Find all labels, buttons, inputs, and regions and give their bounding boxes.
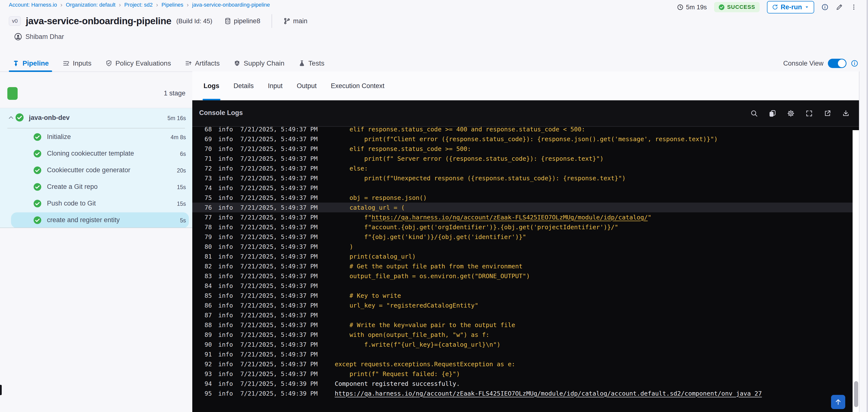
log-timestamp: 7/21/2025, 5:49:37 PM bbox=[240, 341, 319, 348]
log-row: 72info7/21/2025, 5:49:37 PM else: bbox=[192, 163, 852, 173]
console-toolbar bbox=[750, 100, 850, 126]
log-tab-details[interactable]: Details bbox=[234, 71, 254, 100]
log-row: 92info7/21/2025, 5:49:37 PMexcept reques… bbox=[192, 359, 852, 369]
step-row[interactable]: create and register entity5s bbox=[0, 212, 192, 228]
pipeline-tag: pipeline8 bbox=[224, 18, 260, 25]
open-in-new-icon[interactable] bbox=[824, 109, 831, 117]
log-link[interactable]: https://qa.harness.io/ng/account/zEaak-F… bbox=[372, 214, 648, 221]
artifacts-icon bbox=[185, 60, 192, 67]
breadcrumb-item[interactable]: Project: sd2 bbox=[124, 2, 153, 8]
breadcrumb-item[interactable]: Account: Harness.io bbox=[9, 2, 57, 8]
log-line-number: 88 bbox=[203, 321, 212, 328]
log-level: info bbox=[218, 263, 233, 270]
page-title: java-service-onboarding-pipeline bbox=[26, 15, 171, 26]
breadcrumb-item[interactable]: Organization: default bbox=[66, 2, 116, 8]
log-message: elif response.status_code >= 400 and res… bbox=[335, 127, 585, 133]
search-icon[interactable] bbox=[750, 109, 758, 117]
log-tab-execution-context[interactable]: Execution Context bbox=[331, 71, 384, 100]
up-arrow-icon bbox=[834, 398, 842, 406]
log-link[interactable]: https://qa.harness.io/ng/account/zEaak-F… bbox=[335, 390, 762, 397]
log-line-number: 73 bbox=[203, 175, 212, 182]
log-line-number: 78 bbox=[203, 224, 212, 231]
step-duration: 20s bbox=[177, 167, 186, 174]
log-tab-list: LogsDetailsInputOutputExecution Context bbox=[204, 71, 384, 100]
step-name: Cloning cookiecutter template bbox=[47, 150, 134, 157]
log-tab-output[interactable]: Output bbox=[297, 71, 316, 100]
stage-row[interactable]: java-onb-dev 5m 16s bbox=[0, 108, 192, 128]
copy-icon[interactable] bbox=[769, 109, 776, 117]
breadcrumb-item[interactable]: java-service-onboarding-pipeline bbox=[192, 2, 270, 8]
log-level: info bbox=[218, 214, 233, 221]
info-icon[interactable] bbox=[822, 4, 828, 10]
console-scrollbar-track[interactable] bbox=[852, 130, 860, 412]
success-check-icon bbox=[33, 216, 41, 224]
log-level: info bbox=[218, 273, 233, 280]
tab-pipeline[interactable]: Pipeline bbox=[12, 55, 49, 71]
log-timestamp: 7/21/2025, 5:49:37 PM bbox=[240, 312, 319, 319]
toggle-knob bbox=[838, 59, 846, 67]
log-tab-logs[interactable]: Logs bbox=[204, 71, 219, 100]
log-level: info bbox=[218, 155, 233, 162]
scroll-to-top-button[interactable] bbox=[831, 395, 845, 409]
settings-icon[interactable] bbox=[787, 109, 795, 117]
log-level: info bbox=[218, 127, 233, 133]
log-timestamp: 7/21/2025, 5:49:37 PM bbox=[240, 155, 319, 162]
log-line-number: 81 bbox=[203, 253, 212, 260]
rerun-icon bbox=[772, 4, 778, 10]
success-check-icon bbox=[33, 133, 41, 141]
tab-inputs[interactable]: Inputs bbox=[62, 55, 91, 71]
log-message: f"{obj.get('kind')}/{obj.get('identifier… bbox=[335, 233, 526, 241]
tab-tests[interactable]: Tests bbox=[298, 55, 324, 71]
chevron-up-icon[interactable] bbox=[8, 115, 14, 121]
tab-supply-chain[interactable]: Supply Chain bbox=[234, 55, 284, 71]
step-duration: 6s bbox=[180, 151, 186, 157]
console-scrollbar-thumb[interactable] bbox=[854, 381, 858, 407]
log-timestamp: 7/21/2025, 5:49:37 PM bbox=[240, 282, 319, 289]
browser-scrollbar[interactable] bbox=[867, 0, 868, 412]
step-row[interactable]: Cookiecutter code generator20s bbox=[0, 162, 192, 179]
user-row: Shibam Dhar bbox=[14, 32, 64, 41]
console-view-control: Console View bbox=[783, 55, 858, 71]
version-badge: v0 bbox=[9, 17, 21, 26]
log-timestamp: 7/21/2025, 5:49:37 PM bbox=[240, 302, 319, 309]
stage-status-square bbox=[7, 87, 18, 100]
log-timestamp: 7/21/2025, 5:49:37 PM bbox=[240, 292, 319, 299]
clock-icon bbox=[677, 4, 684, 10]
kebab-menu-icon[interactable] bbox=[850, 4, 857, 10]
log-timestamp: 7/21/2025, 5:49:37 PM bbox=[240, 351, 319, 358]
fullscreen-icon[interactable] bbox=[805, 109, 813, 117]
rerun-button[interactable]: Re-run bbox=[767, 1, 814, 13]
step-row[interactable]: Create a Git repo15s bbox=[0, 179, 192, 195]
tab-policy-evaluations[interactable]: Policy Evaluations bbox=[105, 55, 171, 71]
download-icon[interactable] bbox=[842, 109, 850, 117]
log-level: info bbox=[218, 302, 233, 309]
step-row[interactable]: Initialize4m 8s bbox=[0, 129, 192, 145]
log-row: 93info7/21/2025, 5:49:37 PM print(f" Req… bbox=[192, 369, 852, 379]
breadcrumb-separator: › bbox=[156, 1, 158, 8]
log-tab-input[interactable]: Input bbox=[268, 71, 283, 100]
user-name: Shibam Dhar bbox=[26, 33, 64, 41]
success-check-icon bbox=[33, 166, 41, 175]
console-view-toggle[interactable] bbox=[828, 59, 846, 68]
log-row: 71info7/21/2025, 5:49:37 PM print(f" Ser… bbox=[192, 154, 852, 163]
log-level: info bbox=[218, 185, 233, 192]
breadcrumb-item[interactable]: Pipelines bbox=[161, 2, 183, 8]
rerun-label: Re-run bbox=[781, 3, 802, 11]
branch-info[interactable]: main bbox=[283, 18, 308, 25]
log-message: print(f"Client error ({response.status_c… bbox=[335, 135, 717, 142]
tab-artifacts[interactable]: Artifacts bbox=[185, 55, 220, 71]
step-row[interactable]: Cloning cookiecutter template6s bbox=[0, 145, 192, 162]
log-level: info bbox=[218, 331, 233, 338]
log-row: 78info7/21/2025, 5:49:37 PM f"account.{o… bbox=[192, 222, 852, 232]
log-row: 87info7/21/2025, 5:49:37 PM bbox=[192, 310, 852, 320]
step-row[interactable]: Push code to Git15s bbox=[0, 195, 192, 212]
console-logs-header: Console Logs bbox=[192, 100, 860, 127]
log-message: else: bbox=[335, 165, 368, 172]
pipeline-tag-label: pipeline8 bbox=[234, 18, 260, 25]
info-icon[interactable] bbox=[851, 60, 858, 67]
log-row: 81info7/21/2025, 5:49:37 PM print(catalo… bbox=[192, 252, 852, 261]
log-row: 88info7/21/2025, 5:49:37 PM # Write the … bbox=[192, 320, 852, 330]
edit-pencil-icon[interactable] bbox=[836, 3, 843, 11]
log-row: 75info7/21/2025, 5:49:37 PM obj = respon… bbox=[192, 193, 852, 202]
stage-duration: 5m 16s bbox=[167, 115, 186, 122]
